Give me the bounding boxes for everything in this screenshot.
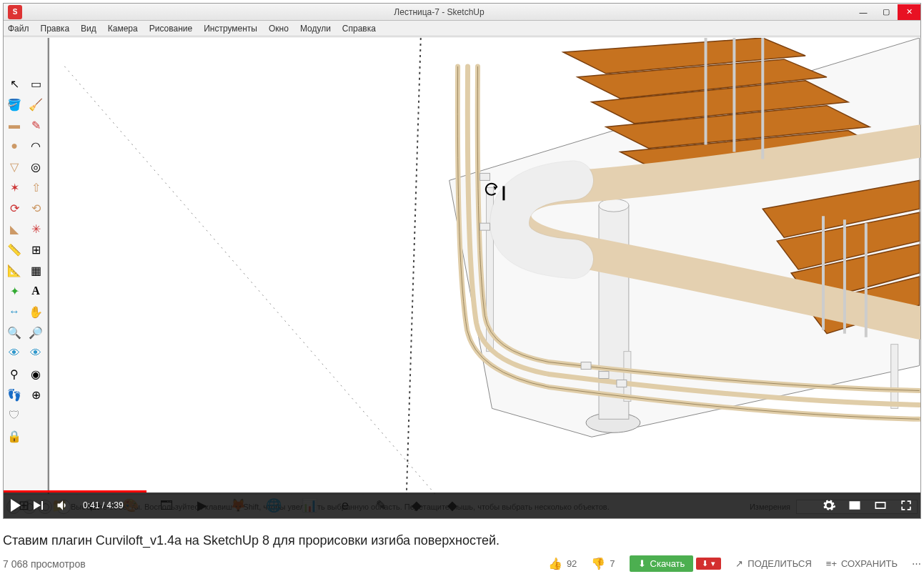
menu-draw[interactable]: Рисование — [149, 24, 192, 34]
theater-button[interactable] — [873, 498, 888, 513]
rotate-tool[interactable]: ⟳ — [4, 198, 24, 218]
polygon-tool[interactable]: ▽ — [4, 157, 24, 177]
offset-tool[interactable]: ✳ — [26, 219, 46, 239]
tape-tool[interactable]: 📏 — [4, 239, 24, 259]
svg-rect-9 — [480, 223, 490, 230]
paint-bucket-tool[interactable]: 🪣 — [4, 94, 24, 114]
svg-rect-13 — [502, 186, 505, 200]
window-title: Лестница-7 - SketchUp — [26, 7, 852, 17]
circle-tool[interactable]: ● — [4, 136, 24, 156]
orbit-tool[interactable]: ↔ — [4, 302, 24, 322]
dimension-tool[interactable]: ⊞ — [26, 239, 46, 259]
component-tool[interactable]: ▭ — [26, 74, 46, 94]
download-dropdown[interactable]: ⬇▾ — [696, 558, 721, 570]
position-camera-tool[interactable]: ⚲ — [4, 364, 24, 384]
minimize-button[interactable]: — — [852, 4, 875, 20]
volume-button[interactable] — [56, 498, 70, 513]
save-label: СОХРАНИТЬ — [841, 558, 898, 569]
like-count: 92 — [567, 558, 577, 569]
zoom-window-tool[interactable]: 🔎 — [26, 322, 46, 342]
share-button[interactable]: ↗ ПОДЕЛИТЬСЯ — [735, 558, 811, 569]
scale-tool[interactable]: ◣ — [4, 219, 24, 239]
download-button[interactable]: ⬇ Скачать — [630, 555, 694, 572]
menu-tools[interactable]: Инструменты — [204, 24, 257, 34]
rectangle-tool[interactable]: ▬ — [4, 115, 24, 135]
plugin-tool-2[interactable]: 🔒 — [4, 426, 24, 446]
menubar: Файл Правка Вид Камера Рисование Инструм… — [4, 21, 920, 36]
3d-viewport[interactable] — [48, 38, 920, 494]
time-display: 0:41 / 4:39 — [83, 500, 124, 510]
next-button[interactable] — [34, 501, 43, 510]
app-titlebar: S Лестница-7 - SketchUp — ▢ ✕ — [4, 4, 920, 21]
protractor-tool[interactable]: 📐 — [4, 260, 24, 280]
previous-view-tool[interactable]: 👁 — [4, 343, 24, 363]
svg-rect-6 — [624, 352, 631, 402]
svg-rect-8 — [480, 173, 490, 180]
video-title: Ставим плагин Curviloft_v1.4a на SketchU… — [3, 533, 921, 548]
section-plane-tool[interactable]: ⊕ — [26, 385, 46, 405]
zoom-tool[interactable]: 🔍 — [4, 322, 24, 342]
menu-file[interactable]: Файл — [8, 24, 29, 34]
video-player-controls: 0:41 / 4:39 — [4, 493, 920, 518]
arc-tool[interactable]: ◠ — [26, 136, 46, 156]
pushpull-tool[interactable]: ⇧ — [26, 177, 46, 197]
window-controls: — ▢ ✕ — [852, 4, 920, 20]
dislike-button[interactable]: 👎 7 — [591, 557, 615, 570]
svg-line-0 — [64, 66, 434, 494]
plugin-tool-1[interactable]: 🛡 — [4, 405, 24, 425]
fullscreen-button[interactable] — [899, 498, 913, 513]
3dtext-tool[interactable]: A — [26, 281, 46, 301]
app-body: ↖▭ 🪣🧹 ▬✎ ●◠ ▽◎ ✶⇧ ⟳⟲ ◣✳ 📏⊞ 📐▦ ✦A ↔✋ 🔍🔎 👁… — [4, 38, 920, 494]
move-tool[interactable]: ✶ — [4, 177, 24, 197]
eraser-tool[interactable]: 🧹 — [26, 94, 46, 114]
play-button[interactable] — [11, 499, 21, 512]
text-label-tool[interactable]: ▦ — [26, 260, 46, 280]
share-label: ПОДЕЛИТЬСЯ — [747, 558, 811, 569]
download-arrow-icon: ⬇ — [638, 558, 646, 569]
svg-point-4 — [599, 199, 629, 212]
axes-tool[interactable]: ✦ — [4, 281, 24, 301]
view-count: 7 068 просмотров — [3, 558, 86, 570]
svg-rect-11 — [599, 372, 609, 379]
close-button[interactable]: ✕ — [898, 4, 920, 20]
line-tool[interactable]: ✎ — [26, 115, 46, 135]
menu-plugins[interactable]: Модули — [300, 24, 331, 34]
video-frame: S Лестница-7 - SketchUp — ▢ ✕ Файл Правк… — [3, 3, 921, 519]
menu-view[interactable]: Вид — [81, 24, 96, 34]
maximize-button[interactable]: ▢ — [875, 4, 898, 20]
walk-tool[interactable]: 👣 — [4, 385, 24, 405]
menu-edit[interactable]: Правка — [41, 24, 70, 34]
3d-model-render — [49, 38, 920, 494]
miniplayer-button[interactable] — [848, 498, 862, 513]
playlist-add-icon: ≡+ — [826, 558, 837, 569]
tools-toolbar: ↖▭ 🪣🧹 ▬✎ ●◠ ▽◎ ✶⇧ ⟳⟲ ◣✳ 📏⊞ 📐▦ ✦A ↔✋ 🔍🔎 👁… — [4, 38, 48, 494]
svg-rect-10 — [581, 362, 591, 370]
more-actions-button[interactable]: ⋯ — [912, 558, 921, 569]
like-button[interactable]: 👍 92 — [548, 557, 577, 570]
settings-button[interactable] — [822, 498, 836, 513]
save-button[interactable]: ≡+ СОХРАНИТЬ — [826, 558, 898, 569]
svg-line-1 — [407, 38, 421, 494]
menu-help[interactable]: Справка — [342, 24, 376, 34]
more-horiz-icon: ⋯ — [912, 558, 921, 569]
share-icon: ↗ — [735, 558, 743, 569]
freehand-tool[interactable]: ◎ — [26, 157, 46, 177]
zoom-extents-tool[interactable]: 👁 — [26, 343, 46, 363]
svg-rect-12 — [617, 380, 627, 387]
sketchup-icon: S — [8, 5, 22, 19]
thumbs-up-icon: 👍 — [548, 557, 562, 570]
menu-camera[interactable]: Камера — [108, 24, 138, 34]
look-around-tool[interactable]: ◉ — [26, 364, 46, 384]
menu-window[interactable]: Окно — [269, 24, 289, 34]
dislike-count: 7 — [610, 558, 615, 569]
thumbs-down-icon: 👎 — [591, 557, 605, 570]
select-tool[interactable]: ↖ — [4, 74, 24, 94]
pan-tool[interactable]: ✋ — [26, 302, 46, 322]
download-label: Скачать — [650, 558, 685, 569]
followme-tool[interactable]: ⟲ — [26, 198, 46, 218]
video-meta: Ставим плагин Curviloft_v1.4a на SketchU… — [0, 522, 924, 572]
svg-rect-7 — [891, 345, 898, 409]
